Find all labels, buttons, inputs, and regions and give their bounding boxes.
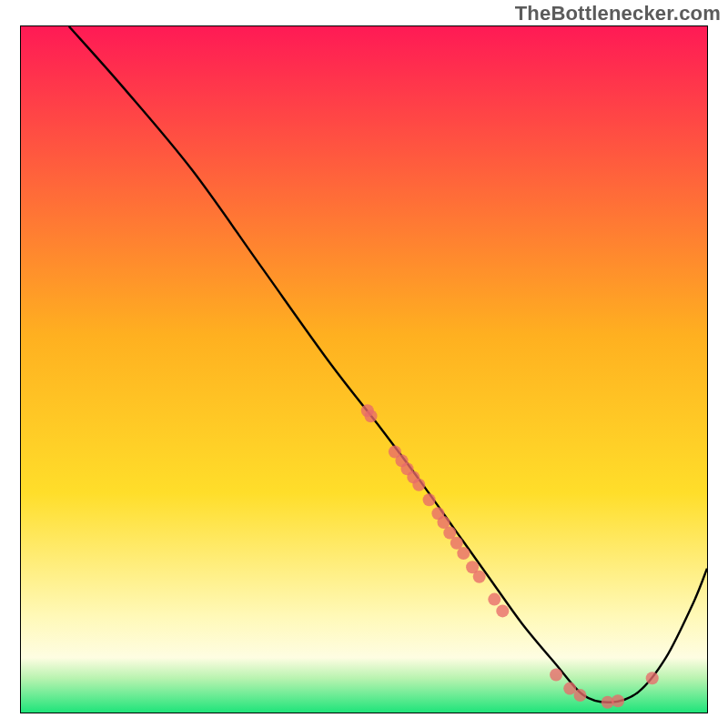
marker-dot [412, 479, 425, 491]
marker-dot [457, 547, 470, 560]
marker-dot [550, 669, 562, 682]
marker-group [361, 404, 659, 709]
marker-dot [646, 672, 659, 684]
bottleneck-curve [69, 26, 707, 703]
marker-dot [365, 410, 378, 422]
marker-dot [496, 604, 509, 617]
curve-layer [21, 26, 707, 713]
plot-frame [20, 25, 708, 713]
marker-dot [423, 493, 436, 506]
marker-dot [612, 694, 624, 707]
marker-dot [488, 593, 500, 606]
chart-container: TheBottlenecker.com [0, 0, 728, 728]
marker-dot [574, 689, 587, 702]
marker-dot [473, 571, 486, 583]
attribution-label: TheBottlenecker.com [515, 2, 721, 25]
